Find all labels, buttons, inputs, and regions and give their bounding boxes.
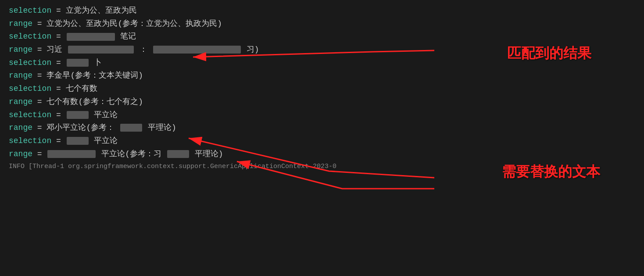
log-line-7: selection = 七个有数 <box>9 82 635 96</box>
value-3b: 笔记 <box>120 32 136 41</box>
keyword-range: range <box>9 45 32 54</box>
equals: = <box>37 123 47 132</box>
annotation-label-1: 匹配到的结果 <box>507 44 591 63</box>
keyword-selection: selection <box>9 111 51 119</box>
log-line-11: selection = 平立论 <box>9 135 635 148</box>
value-7: 七个有数 <box>66 84 97 93</box>
equals: = <box>37 19 47 28</box>
keyword-range: range <box>9 19 32 28</box>
blurred-value <box>67 33 115 41</box>
blurred-value <box>67 111 89 119</box>
annotation-label-2: 需要替换的文本 <box>502 162 600 182</box>
value-8: 七个有数(参考：七个有之) <box>47 97 143 106</box>
value-6: 李金早(参考：文本关键词) <box>47 71 143 80</box>
equals: = <box>37 45 47 54</box>
keyword-selection: selection <box>9 84 51 93</box>
log-line-6: range = 李金早(参考：文本关键词) <box>9 69 635 82</box>
blurred-value <box>120 124 142 132</box>
keyword-range: range <box>9 123 32 132</box>
equals: = <box>56 6 66 15</box>
equals: = <box>56 111 66 119</box>
log-line-8: range = 七个有数(参考：七个有之) <box>9 96 635 109</box>
blurred-value <box>67 59 89 67</box>
value-12c: 平理论) <box>195 150 223 158</box>
value-2: 立党为公、至政为民(参考：立党为公、执政为民) <box>47 19 222 28</box>
value-11b: 平立论 <box>94 136 118 145</box>
keyword-selection: selection <box>9 136 51 145</box>
blurred-value <box>68 46 134 54</box>
value-5b: 卜 <box>94 58 102 67</box>
equals: = <box>56 32 66 41</box>
keyword-range: range <box>9 97 32 106</box>
log-line-12: range = 平立论(参考：习 平理论) <box>9 148 635 161</box>
equals: = <box>37 97 47 106</box>
keyword-selection: selection <box>9 6 51 15</box>
console-output: selection = 立党为公、至政为民 range = 立党为公、至政为民(… <box>0 0 644 276</box>
keyword-selection: selection <box>9 58 51 67</box>
value-4c: 习) <box>247 45 259 54</box>
value-12b: 平立论(参考：习 <box>101 150 161 158</box>
blurred-value <box>47 150 96 158</box>
value-10b: 平理论) <box>148 123 176 132</box>
equals: = <box>56 136 66 145</box>
log-line-10: range = 邓小平立论(参考： 平理论) <box>9 122 635 135</box>
value-10a: 邓小平立论(参考： <box>47 123 114 132</box>
value-4b: ： <box>140 45 147 54</box>
equals: = <box>56 58 66 67</box>
value-4a: 习近 <box>47 45 62 54</box>
equals: = <box>37 150 47 158</box>
blurred-value <box>167 150 189 158</box>
log-line-3: selection = 笔记 <box>9 30 635 43</box>
keyword-range: range <box>9 71 32 80</box>
value-9b: 平立论 <box>94 111 118 119</box>
equals: = <box>56 84 66 93</box>
log-line-2: range = 立党为公、至政为民(参考：立党为公、执政为民) <box>9 18 635 31</box>
info-text: INFO [Thread-1 org.springframework.conte… <box>9 163 336 170</box>
keyword-range: range <box>9 150 32 158</box>
equals: = <box>37 71 47 80</box>
blurred-value <box>153 46 241 54</box>
blurred-value <box>67 137 89 145</box>
value-1: 立党为公、至政为民 <box>66 6 137 15</box>
log-line-1: selection = 立党为公、至政为民 <box>9 4 635 18</box>
keyword-selection: selection <box>9 32 51 41</box>
log-line-9: selection = 平立论 <box>9 109 635 122</box>
